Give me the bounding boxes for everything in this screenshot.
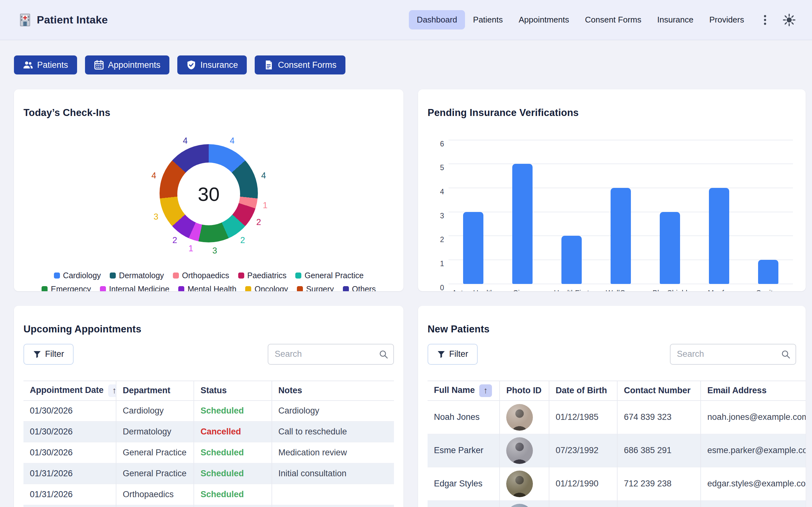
donut-total-value: 30 xyxy=(177,163,240,225)
legend-label: Orthopaedics xyxy=(182,271,229,280)
column-header-label: Full Name xyxy=(434,385,475,395)
appointments-filter-button[interactable]: Filter xyxy=(23,344,73,365)
cell-status: Scheduled xyxy=(194,463,271,484)
nav-item-dashboard[interactable]: Dashboard xyxy=(409,10,465,30)
column-header-label: Email Address xyxy=(707,386,767,395)
verifications-card: Pending Insurance Verifications 0123456 … xyxy=(418,89,806,291)
legend-label: Mental Health xyxy=(188,285,236,291)
legend-swatch xyxy=(100,286,106,291)
patients-filter-button[interactable]: Filter xyxy=(427,344,478,365)
cell-department: Orthopaedics xyxy=(116,484,194,505)
y-axis-tick-label: 0 xyxy=(432,283,444,291)
cell-photo-id xyxy=(500,400,549,434)
legend-swatch xyxy=(54,273,60,279)
cell-photo-id xyxy=(500,500,549,507)
legend-item: Internal Medicine xyxy=(100,285,169,291)
appointments-button[interactable]: Appointments xyxy=(85,55,169,74)
cell-photo-id xyxy=(500,434,549,467)
patient-photo xyxy=(506,404,533,431)
legend-label: Dermatology xyxy=(119,271,164,280)
legend-swatch xyxy=(295,273,301,279)
cell-notes: Medication review xyxy=(272,442,394,463)
cell-notes: Call to reschedule xyxy=(272,421,394,442)
more-options-button[interactable] xyxy=(761,12,769,28)
cell-notes: Initial consultation xyxy=(272,463,394,484)
column-header-label: Date of Birth xyxy=(556,386,607,395)
y-axis-tick-label: 2 xyxy=(432,235,444,244)
legend-item: Paediatrics xyxy=(238,271,287,280)
bar-wellcare xyxy=(611,188,631,284)
cell-email-address: diego.reeves@example.com xyxy=(701,500,806,507)
verifications-card-title: Pending Insurance Verifications xyxy=(427,107,796,118)
bar-aetna-health xyxy=(463,212,484,284)
bar-chart-x-labels: Aetna HealthCignaHealthFirstWellCareBlue… xyxy=(449,289,793,291)
consent-forms-button[interactable]: Consent Forms xyxy=(255,55,345,74)
bar-slot xyxy=(596,188,645,284)
cell-status: Scheduled xyxy=(194,400,271,421)
consent-forms-button-label: Consent Forms xyxy=(278,60,337,70)
column-header-date-of-birth[interactable]: Date of Birth xyxy=(549,381,617,400)
cell-photo-id xyxy=(500,467,549,500)
cell-appointment-date: 01/31/2026 xyxy=(23,505,116,507)
column-header-notes[interactable]: Notes xyxy=(272,381,394,400)
nav-item-providers[interactable]: Providers xyxy=(701,10,752,30)
cell-full-name: Edgar Styles xyxy=(427,467,500,500)
legend-item: General Practice xyxy=(295,271,363,280)
column-header-photo-id[interactable]: Photo ID xyxy=(500,381,549,400)
legend-item: Cardiology xyxy=(54,271,101,280)
column-header-status[interactable]: Status xyxy=(194,381,271,400)
legend-label: Cardiology xyxy=(63,271,101,280)
x-axis-tick-label: Cigna xyxy=(498,289,547,291)
nav-item-consent-forms[interactable]: Consent Forms xyxy=(577,10,649,30)
app-title: Patient Intake xyxy=(37,14,108,26)
donut-value-label: 4 xyxy=(183,136,188,146)
donut-value-label: 3 xyxy=(154,212,158,222)
shield-check-icon xyxy=(186,60,196,70)
cell-appointment-date: 01/30/2026 xyxy=(23,442,116,463)
donut-value-label: 2 xyxy=(172,235,177,245)
cell-status: Scheduled xyxy=(194,505,271,507)
table-row: 01/30/2026DermatologyCancelledCall to re… xyxy=(23,421,394,442)
table-row: Noah Jones01/12/1985674 839 323noah.jone… xyxy=(427,400,806,434)
donut-value-label: 4 xyxy=(230,136,235,146)
legend-item: Orthopaedics xyxy=(173,271,229,280)
patient-photo xyxy=(506,437,533,464)
cell-appointment-date: 01/31/2026 xyxy=(23,484,116,505)
insurance-button[interactable]: Insurance xyxy=(177,55,247,74)
nav-item-insurance[interactable]: Insurance xyxy=(649,10,701,30)
cell-department: Cardiology xyxy=(116,400,194,421)
patients-button[interactable]: Patients xyxy=(14,55,77,74)
bar-sanitas xyxy=(758,260,778,284)
legend-swatch xyxy=(173,273,179,279)
table-row: 01/31/2026OncologyScheduledTest results … xyxy=(23,505,394,507)
cell-notes xyxy=(272,484,394,505)
appointments-card-title: Upcoming Appointments xyxy=(23,324,394,335)
legend-item: Mental Health xyxy=(178,285,236,291)
theme-toggle-button[interactable] xyxy=(780,11,798,29)
nav-item-patients[interactable]: Patients xyxy=(465,10,511,30)
column-header-contact-number[interactable]: Contact Number xyxy=(617,381,701,400)
patients-search-input[interactable] xyxy=(670,344,796,365)
column-header-department[interactable]: Department xyxy=(116,381,194,400)
sort-ascending-icon[interactable]: ↑ xyxy=(479,384,492,397)
search-icon xyxy=(379,349,388,359)
column-header-appointment-date[interactable]: Appointment Date↑ xyxy=(23,381,116,400)
column-header-email-address[interactable]: Email Address xyxy=(701,381,806,400)
donut-value-label: 1 xyxy=(189,243,193,253)
sort-ascending-icon[interactable]: ↑ xyxy=(108,384,116,397)
column-header-label: Department xyxy=(123,386,170,395)
legend-swatch xyxy=(178,286,184,291)
filter-funnel-icon xyxy=(437,350,445,358)
appointments-card: Upcoming Appointments Filter Appointment… xyxy=(14,306,403,507)
legend-row: CardiologyDermatologyOrthopaedicsPaediat… xyxy=(23,271,394,280)
donut-value-label: 4 xyxy=(151,171,156,181)
nav-item-appointments[interactable]: Appointments xyxy=(511,10,577,30)
column-header-label: Photo ID xyxy=(506,386,542,395)
sun-icon xyxy=(782,13,796,26)
legend-swatch xyxy=(238,273,244,279)
column-header-full-name[interactable]: Full Name↑ xyxy=(427,381,500,400)
legend-label: Surgery xyxy=(306,285,334,291)
cell-email-address: esme.parker@example.com xyxy=(701,434,806,467)
appointments-search-input[interactable] xyxy=(268,344,394,365)
cell-full-name: Diego Reeves xyxy=(427,500,500,507)
